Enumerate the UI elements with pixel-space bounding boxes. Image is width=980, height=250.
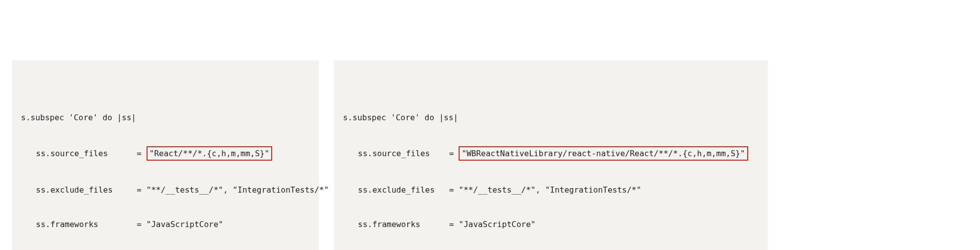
eq: = [137,219,146,230]
right-column: s.subspec 'Core' do |ss| ss.source_files… [334,60,768,250]
eq: = [449,219,459,230]
code-line: ss.source_files = "WBReactNativeLibrary/… [343,146,761,161]
eq: = [137,184,146,196]
pad [435,185,449,195]
left-column: s.subspec 'Core' do |ss| ss.source_files… [12,60,319,250]
code-diff-columns: s.subspec 'Core' do |ss| ss.source_files… [12,60,968,250]
key-exclude-files: ss.exclude_files [358,184,435,196]
key-frameworks: ss.frameworks [36,219,98,230]
left-core-block: s.subspec 'Core' do |ss| ss.source_files… [21,88,312,250]
code-line: ss.frameworks = "JavaScriptCore" [343,219,761,230]
val: "**/__tests__/*", "IntegrationTests/*" [459,185,641,195]
code-line: ss.frameworks = "JavaScriptCore" [21,219,312,230]
right-core-block: s.subspec 'Core' do |ss| ss.source_files… [343,88,761,250]
code-line: ss.source_files = "React/**/*.{c,h,m,mm,… [21,146,312,161]
eq: = [449,148,459,159]
highlight: "React/**/*.{c,h,m,mm,S}" [147,146,273,161]
eq: = [449,184,459,196]
pad [108,149,137,158]
pad [113,185,137,195]
eq: = [137,148,146,159]
val: "**/__tests__/*", "IntegrationTests/*" [147,185,329,195]
pad [98,220,137,229]
pad [430,149,450,158]
val: "JavaScriptCore" [147,220,223,229]
key-frameworks: ss.frameworks [358,219,420,230]
key-source-files: ss.source_files [358,148,430,159]
key-source-files: ss.source_files [36,148,108,159]
code-line: s.subspec 'Core' do |ss| [21,112,312,123]
code-line: ss.exclude_files = "**/__tests__/*", "In… [343,184,761,196]
code-line: s.subspec 'Core' do |ss| [343,112,761,123]
val: "JavaScriptCore" [459,220,535,229]
highlight: "WBReactNativeLibrary/react-native/React… [459,146,748,161]
key-exclude-files: ss.exclude_files [36,184,113,196]
code-line: ss.exclude_files = "**/__tests__/*", "In… [21,184,312,196]
pad [420,220,449,229]
